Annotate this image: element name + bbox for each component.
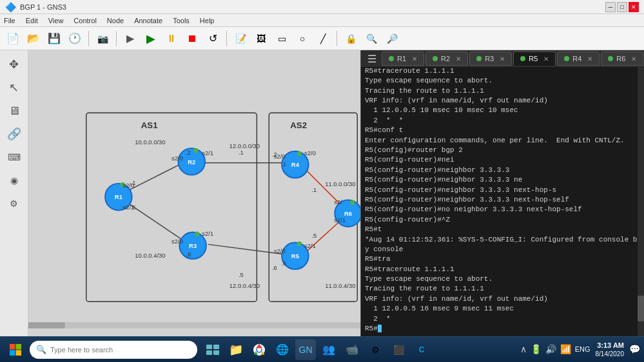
terminal-scrollbar[interactable]: [638, 67, 644, 336]
system-clock[interactable]: 3:13 AM 8/14/2020: [596, 341, 625, 358]
svg-text:s2/0: s2/0: [171, 238, 183, 245]
close-r2-tab[interactable]: ✕: [456, 55, 461, 62]
menu-view[interactable]: View: [47, 17, 65, 24]
screenshot-button[interactable]: 📷: [93, 30, 112, 48]
toolbar: 📄 📂 💾 🕐 📷 ▶ ▶ ⏸ ⏹ ↺ 📝 🖼 ▭ ○ ╱ 🔒 🔍 🔎: [0, 27, 644, 50]
stop-button[interactable]: ⏹: [183, 30, 201, 48]
terminal-tab-r2[interactable]: R2 ✕: [425, 52, 468, 66]
svg-rect-64: [16, 350, 22, 356]
rect-button[interactable]: ▭: [273, 30, 291, 48]
play-button[interactable]: ▶: [142, 30, 160, 48]
close-r5-tab[interactable]: ✕: [543, 55, 549, 62]
menu-edit[interactable]: Edit: [24, 17, 39, 24]
close-r1-tab[interactable]: ✕: [412, 55, 417, 62]
svg-text:s2/1: s2/1: [202, 149, 213, 157]
line-button[interactable]: ╱: [314, 30, 332, 48]
close-r4-tab[interactable]: ✕: [587, 55, 592, 62]
settings-taskbar-icon[interactable]: ⚙: [365, 339, 385, 360]
menu-node[interactable]: Node: [106, 17, 125, 24]
terminal-tab-r6[interactable]: R6 ✕: [601, 52, 643, 66]
terminal-menu-icon[interactable]: ☰: [364, 53, 380, 65]
zoom-out-button[interactable]: 🔎: [383, 30, 401, 48]
battery-icon[interactable]: 🔋: [531, 344, 542, 354]
menu-tools[interactable]: Tools: [171, 17, 191, 24]
svg-rect-63: [10, 350, 15, 356]
save-project-button[interactable]: 💾: [45, 30, 63, 48]
svg-text:AS2: AS2: [290, 120, 307, 130]
sidebar-device-icon[interactable]: 🖥: [4, 100, 24, 121]
sidebar-pan-icon[interactable]: ✥: [4, 54, 24, 75]
svg-text:.5: .5: [311, 232, 317, 239]
start-button[interactable]: [4, 339, 27, 360]
chrome-taskbar-icon[interactable]: [249, 339, 269, 360]
gns3-icon: GN: [299, 345, 313, 355]
svg-text:.1: .1: [239, 149, 244, 156]
menu-annotate[interactable]: Annotate: [133, 17, 164, 24]
cisco-taskbar-icon[interactable]: C: [411, 339, 432, 360]
chrome-icon: [253, 343, 266, 356]
close-r3-tab[interactable]: ✕: [500, 55, 505, 62]
menu-control[interactable]: Control: [72, 17, 97, 24]
svg-text:R4: R4: [291, 161, 300, 168]
windows-logo-icon: [9, 343, 22, 356]
zoom-in-button[interactable]: 🔍: [362, 30, 380, 48]
tray-chevron-icon[interactable]: ∧: [520, 344, 527, 354]
term-line: Enter configuration commands, one per li…: [365, 136, 640, 146]
titlebar-controls[interactable]: ─ □ ✕: [605, 2, 639, 12]
sidebar-topology-icon[interactable]: ◉: [4, 170, 24, 191]
gns3-taskbar-icon[interactable]: GN: [295, 339, 316, 360]
sidebar-console-icon[interactable]: ⌨: [4, 147, 24, 167]
sidebar-link-icon[interactable]: 🔗: [4, 124, 24, 144]
svg-point-26: [193, 148, 199, 153]
wifi-icon[interactable]: 📶: [560, 344, 571, 354]
svg-rect-0: [28, 58, 360, 329]
zoom-taskbar-icon[interactable]: 📹: [342, 339, 362, 360]
edge-taskbar-icon[interactable]: 🌐: [272, 339, 293, 360]
note-button[interactable]: 📝: [231, 30, 249, 48]
new-project-button[interactable]: 📄: [4, 30, 22, 48]
terminal-scroll-thumb[interactable]: [638, 296, 644, 321]
network-canvas[interactable]: AS1 AS2 R1 R2 R3: [28, 50, 360, 336]
main-content: ✥ ↖ 🖥 🔗 ⌨ ◉ ⚙ AS1 AS2: [0, 50, 644, 336]
terminal-output[interactable]: o - ODR, P - periodic downloaded static …: [361, 67, 644, 336]
language-label[interactable]: ENG: [575, 345, 590, 353]
open-project-button[interactable]: 📂: [24, 30, 43, 48]
ellipse-button[interactable]: ○: [293, 30, 311, 48]
term-line: 1 12.0.0.5 10 msec 10 msec 10 msec: [365, 106, 640, 115]
term-line: *Aug 14 01:12:52.361: %SYS-5-CONFIG_I: C…: [365, 235, 640, 255]
minimize-button[interactable]: ─: [605, 2, 616, 12]
terminal-tab-r3[interactable]: R3 ✕: [469, 52, 512, 66]
lock-button[interactable]: 🔒: [342, 30, 360, 48]
svg-point-29: [297, 242, 302, 247]
svg-text:.1: .1: [131, 179, 136, 186]
svg-rect-66: [213, 345, 219, 349]
close-r6-tab[interactable]: ✕: [631, 55, 636, 62]
close-button[interactable]: ✕: [629, 2, 639, 12]
sidebar-select-icon[interactable]: ↖: [4, 77, 24, 98]
terminal-tab-r5[interactable]: R5 ✕: [513, 52, 556, 66]
toolbar-separator-1: [88, 31, 89, 46]
terminal-tab-r4[interactable]: R4 ✕: [557, 52, 600, 66]
image-button[interactable]: 🖼: [252, 30, 270, 48]
file-explorer-taskbar-icon[interactable]: 📁: [226, 339, 246, 360]
teams-taskbar-icon[interactable]: 👥: [318, 339, 339, 360]
pause-button[interactable]: ⏸: [162, 30, 181, 48]
term-line: Type escape sequence to abort.: [365, 274, 640, 284]
sidebar-layers-icon[interactable]: ⚙: [4, 193, 24, 214]
volume-icon[interactable]: 🔊: [545, 344, 556, 354]
terminal-tabs[interactable]: ☰ R1 ✕ R2 ✕ R3 ✕ R5 ✕: [361, 50, 644, 67]
menu-help[interactable]: Help: [199, 17, 216, 24]
notifications-icon[interactable]: 💬: [629, 344, 640, 354]
search-input[interactable]: [50, 346, 191, 354]
reload-button[interactable]: ↺: [204, 30, 222, 48]
terminal-taskbar-icon[interactable]: ⬛: [388, 339, 409, 360]
clock-button[interactable]: 🕐: [66, 30, 84, 48]
menu-file[interactable]: File: [3, 17, 17, 24]
left-sidebar: ✥ ↖ 🖥 🔗 ⌨ ◉ ⚙: [0, 50, 28, 336]
terminal-tab-r1[interactable]: R1 ✕: [382, 52, 424, 66]
svg-text:.5: .5: [281, 260, 286, 267]
console-button[interactable]: ▶: [121, 30, 139, 48]
task-view-button[interactable]: [202, 339, 223, 360]
taskbar-search[interactable]: 🔍: [30, 341, 197, 359]
maximize-button[interactable]: □: [617, 2, 627, 12]
